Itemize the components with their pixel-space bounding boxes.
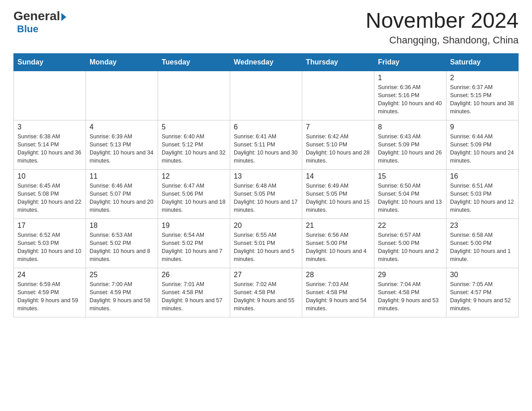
- calendar-cell: 28Sunrise: 7:03 AMSunset: 4:58 PMDayligh…: [302, 268, 374, 317]
- calendar-cell: 16Sunrise: 6:51 AMSunset: 5:03 PMDayligh…: [446, 169, 519, 218]
- calendar-day-header: Monday: [86, 53, 158, 71]
- calendar-cell: 7Sunrise: 6:42 AMSunset: 5:10 PMDaylight…: [302, 120, 374, 169]
- calendar-day-header: Thursday: [302, 53, 374, 71]
- calendar-cell: 15Sunrise: 6:50 AMSunset: 5:04 PMDayligh…: [374, 169, 446, 218]
- day-number: 15: [378, 172, 442, 180]
- day-info: Sunrise: 6:36 AMSunset: 5:16 PMDaylight:…: [378, 83, 442, 116]
- day-number: 5: [162, 123, 226, 131]
- day-info: Sunrise: 7:05 AMSunset: 4:57 PMDaylight:…: [450, 280, 515, 313]
- calendar-cell: [86, 71, 158, 120]
- calendar-week-row: 24Sunrise: 6:59 AMSunset: 4:59 PMDayligh…: [14, 268, 519, 317]
- day-info: Sunrise: 6:37 AMSunset: 5:15 PMDaylight:…: [450, 83, 515, 116]
- calendar-cell: 13Sunrise: 6:48 AMSunset: 5:05 PMDayligh…: [230, 169, 302, 218]
- calendar-day-header: Friday: [374, 53, 446, 71]
- calendar-cell: 6Sunrise: 6:41 AMSunset: 5:11 PMDaylight…: [230, 120, 302, 169]
- calendar-week-row: 17Sunrise: 6:52 AMSunset: 5:03 PMDayligh…: [14, 218, 519, 268]
- calendar-cell: 23Sunrise: 6:58 AMSunset: 5:00 PMDayligh…: [446, 218, 519, 268]
- day-number: 27: [234, 271, 298, 279]
- day-number: 21: [306, 222, 370, 230]
- calendar-header-row: SundayMondayTuesdayWednesdayThursdayFrid…: [14, 53, 519, 71]
- title-section: November 2024 Changqing, Shandong, China: [365, 9, 519, 46]
- calendar-cell: 27Sunrise: 7:02 AMSunset: 4:58 PMDayligh…: [230, 268, 302, 317]
- day-info: Sunrise: 6:40 AMSunset: 5:12 PMDaylight:…: [162, 133, 226, 165]
- calendar-cell: 12Sunrise: 6:47 AMSunset: 5:06 PMDayligh…: [158, 169, 230, 218]
- day-number: 22: [378, 222, 442, 230]
- day-number: 29: [378, 271, 442, 279]
- day-info: Sunrise: 6:56 AMSunset: 5:00 PMDaylight:…: [306, 231, 370, 264]
- calendar-cell: 24Sunrise: 6:59 AMSunset: 4:59 PMDayligh…: [14, 268, 86, 317]
- day-number: 20: [234, 222, 298, 230]
- day-number: 3: [17, 123, 82, 131]
- day-info: Sunrise: 7:01 AMSunset: 4:58 PMDaylight:…: [162, 280, 226, 313]
- calendar-cell: 14Sunrise: 6:49 AMSunset: 5:05 PMDayligh…: [302, 169, 374, 218]
- day-info: Sunrise: 6:51 AMSunset: 5:03 PMDaylight:…: [450, 182, 515, 214]
- calendar-table: SundayMondayTuesdayWednesdayThursdayFrid…: [13, 53, 519, 317]
- day-info: Sunrise: 6:38 AMSunset: 5:14 PMDaylight:…: [17, 133, 82, 165]
- day-number: 19: [162, 222, 226, 230]
- day-number: 8: [378, 123, 442, 131]
- calendar-cell: 22Sunrise: 6:57 AMSunset: 5:00 PMDayligh…: [374, 218, 446, 268]
- day-number: 24: [17, 271, 82, 279]
- day-info: Sunrise: 6:45 AMSunset: 5:08 PMDaylight:…: [17, 182, 82, 214]
- day-info: Sunrise: 6:52 AMSunset: 5:03 PMDaylight:…: [17, 231, 82, 264]
- day-info: Sunrise: 6:39 AMSunset: 5:13 PMDaylight:…: [90, 133, 154, 165]
- day-info: Sunrise: 6:41 AMSunset: 5:11 PMDaylight:…: [234, 133, 298, 165]
- calendar-week-row: 10Sunrise: 6:45 AMSunset: 5:08 PMDayligh…: [14, 169, 519, 218]
- day-number: 9: [450, 123, 515, 131]
- day-number: 13: [234, 172, 298, 180]
- calendar-cell: 8Sunrise: 6:43 AMSunset: 5:09 PMDaylight…: [374, 120, 446, 169]
- day-info: Sunrise: 6:54 AMSunset: 5:02 PMDaylight:…: [162, 231, 226, 264]
- logo-blue-label: Blue: [17, 23, 39, 34]
- day-info: Sunrise: 6:59 AMSunset: 4:59 PMDaylight:…: [17, 280, 82, 313]
- calendar-cell: 25Sunrise: 7:00 AMSunset: 4:59 PMDayligh…: [86, 268, 158, 317]
- day-info: Sunrise: 6:47 AMSunset: 5:06 PMDaylight:…: [162, 182, 226, 214]
- calendar-day-header: Wednesday: [230, 53, 302, 71]
- day-info: Sunrise: 6:55 AMSunset: 5:01 PMDaylight:…: [234, 231, 298, 264]
- calendar-cell: 3Sunrise: 6:38 AMSunset: 5:14 PMDaylight…: [14, 120, 86, 169]
- day-number: 17: [17, 222, 82, 230]
- calendar-day-header: Sunday: [14, 53, 86, 71]
- calendar-week-row: 3Sunrise: 6:38 AMSunset: 5:14 PMDaylight…: [14, 120, 519, 169]
- calendar-day-header: Tuesday: [158, 53, 230, 71]
- day-info: Sunrise: 6:46 AMSunset: 5:07 PMDaylight:…: [90, 182, 154, 214]
- day-number: 25: [90, 271, 154, 279]
- day-number: 6: [234, 123, 298, 131]
- calendar-cell: 21Sunrise: 6:56 AMSunset: 5:00 PMDayligh…: [302, 218, 374, 268]
- calendar-cell: [230, 71, 302, 120]
- calendar-day-header: Saturday: [446, 53, 519, 71]
- calendar-cell: 17Sunrise: 6:52 AMSunset: 5:03 PMDayligh…: [14, 218, 86, 268]
- day-number: 23: [450, 222, 515, 230]
- day-number: 10: [17, 172, 82, 180]
- calendar-cell: 30Sunrise: 7:05 AMSunset: 4:57 PMDayligh…: [446, 268, 519, 317]
- calendar-cell: 4Sunrise: 6:39 AMSunset: 5:13 PMDaylight…: [86, 120, 158, 169]
- day-info: Sunrise: 6:49 AMSunset: 5:05 PMDaylight:…: [306, 182, 370, 214]
- day-info: Sunrise: 7:02 AMSunset: 4:58 PMDaylight:…: [234, 280, 298, 313]
- calendar-cell: 19Sunrise: 6:54 AMSunset: 5:02 PMDayligh…: [158, 218, 230, 268]
- calendar-cell: [302, 71, 374, 120]
- day-number: 18: [90, 222, 154, 230]
- page-subtitle: Changqing, Shandong, China: [365, 34, 519, 46]
- day-info: Sunrise: 6:48 AMSunset: 5:05 PMDaylight:…: [234, 182, 298, 214]
- day-number: 14: [306, 172, 370, 180]
- day-info: Sunrise: 6:57 AMSunset: 5:00 PMDaylight:…: [378, 231, 442, 264]
- calendar-cell: 29Sunrise: 7:04 AMSunset: 4:58 PMDayligh…: [374, 268, 446, 317]
- calendar-cell: 20Sunrise: 6:55 AMSunset: 5:01 PMDayligh…: [230, 218, 302, 268]
- calendar-cell: 1Sunrise: 6:36 AMSunset: 5:16 PMDaylight…: [374, 71, 446, 120]
- calendar-cell: 5Sunrise: 6:40 AMSunset: 5:12 PMDaylight…: [158, 120, 230, 169]
- calendar-cell: 18Sunrise: 6:53 AMSunset: 5:02 PMDayligh…: [86, 218, 158, 268]
- logo-text: General: [13, 9, 66, 23]
- calendar-cell: 11Sunrise: 6:46 AMSunset: 5:07 PMDayligh…: [86, 169, 158, 218]
- day-number: 7: [306, 123, 370, 131]
- day-number: 16: [450, 172, 515, 180]
- day-number: 4: [90, 123, 154, 131]
- day-number: 30: [450, 271, 515, 279]
- day-info: Sunrise: 7:04 AMSunset: 4:58 PMDaylight:…: [378, 280, 442, 313]
- page-header: General Blue November 2024 Changqing, Sh…: [13, 9, 519, 46]
- day-number: 2: [450, 74, 515, 82]
- calendar-week-row: 1Sunrise: 6:36 AMSunset: 5:16 PMDaylight…: [14, 71, 519, 120]
- calendar-cell: 2Sunrise: 6:37 AMSunset: 5:15 PMDaylight…: [446, 71, 519, 120]
- day-info: Sunrise: 6:50 AMSunset: 5:04 PMDaylight:…: [378, 182, 442, 214]
- day-number: 12: [162, 172, 226, 180]
- page-title: November 2024: [365, 9, 519, 33]
- calendar-cell: [158, 71, 230, 120]
